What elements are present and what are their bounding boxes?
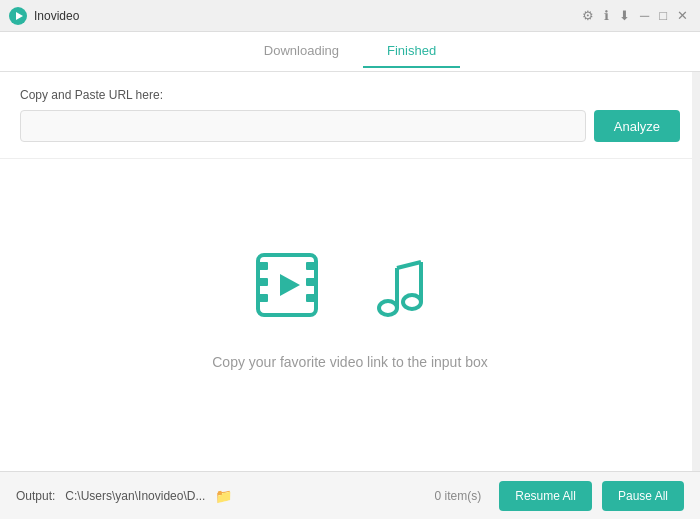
svg-marker-9 [280, 274, 300, 296]
svg-rect-3 [258, 262, 268, 270]
url-input-row: Analyze [20, 110, 680, 142]
tab-bar: Downloading Finished [0, 32, 700, 72]
title-bar: Inovideo ⚙ ℹ ⬇ ─ □ ✕ [0, 0, 700, 32]
info-icon[interactable]: ℹ [600, 6, 613, 25]
empty-state: Copy your favorite video link to the inp… [0, 159, 700, 471]
main-content: Copy and Paste URL here: Analyze [0, 72, 700, 471]
pause-all-button[interactable]: Pause All [602, 481, 684, 511]
app-logo [8, 6, 28, 26]
maximize-button[interactable]: □ [655, 6, 671, 25]
svg-rect-7 [306, 278, 316, 286]
tab-downloading[interactable]: Downloading [240, 35, 363, 68]
bottom-bar: Output: C:\Users\yan\Inovideo\D... 📁 0 i… [0, 471, 700, 519]
url-label: Copy and Paste URL here: [20, 88, 680, 102]
output-path: C:\Users\yan\Inovideo\D... [65, 489, 205, 503]
url-area: Copy and Paste URL here: Analyze [0, 72, 700, 159]
app-title: Inovideo [34, 9, 578, 23]
download-icon[interactable]: ⬇ [615, 6, 634, 25]
url-input[interactable] [20, 110, 586, 142]
svg-point-12 [403, 295, 421, 309]
resume-all-button[interactable]: Resume All [499, 481, 592, 511]
scroll-track[interactable] [692, 72, 700, 471]
music-icon [360, 240, 450, 334]
analyze-button[interactable]: Analyze [594, 110, 680, 142]
title-bar-controls: ⚙ ℹ ⬇ ─ □ ✕ [578, 6, 692, 25]
output-label: Output: [16, 489, 55, 503]
svg-line-14 [397, 262, 421, 268]
svg-point-10 [379, 301, 397, 315]
svg-rect-4 [258, 278, 268, 286]
close-button[interactable]: ✕ [673, 6, 692, 25]
svg-rect-6 [306, 262, 316, 270]
settings-icon[interactable]: ⚙ [578, 6, 598, 25]
svg-rect-5 [258, 294, 268, 302]
empty-state-message: Copy your favorite video link to the inp… [212, 354, 488, 370]
tab-finished[interactable]: Finished [363, 35, 460, 68]
item-count: 0 item(s) [435, 489, 482, 503]
empty-icons [250, 240, 450, 334]
svg-rect-8 [306, 294, 316, 302]
film-icon [250, 240, 340, 334]
folder-icon[interactable]: 📁 [215, 488, 232, 504]
minimize-button[interactable]: ─ [636, 6, 653, 25]
